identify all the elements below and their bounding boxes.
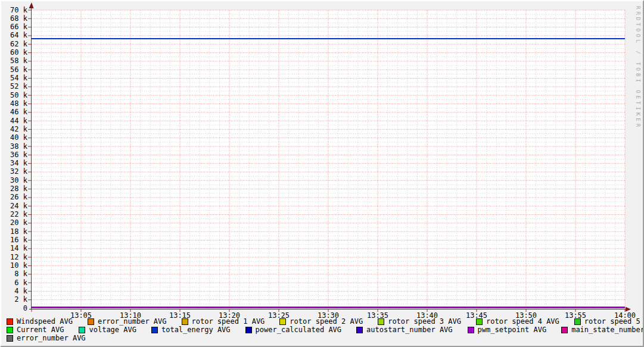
y-tick-label: 30 k [3, 177, 27, 185]
y-tick-label: 66 k [3, 23, 27, 31]
legend-swatch-icon [7, 327, 13, 333]
y-tick-label: 68 k [3, 15, 27, 23]
legend-swatch-icon [245, 327, 252, 333]
y-tick-label: 20 k [3, 219, 27, 227]
legend-swatch-icon [378, 318, 384, 325]
y-tick-label: 0 [3, 305, 27, 312]
legend-label: main_state_number AVG [571, 326, 644, 334]
rrdtool-watermark: RRDTOOL / TOBI OETIKER [635, 6, 641, 129]
y-tick-label: 34 k [3, 160, 27, 167]
y-tick-label: 44 k [3, 117, 27, 125]
y-tick-label: 32 k [3, 168, 27, 176]
y-tick-label: 42 k [3, 126, 27, 133]
legend-item: total_energy AVG [151, 326, 231, 334]
y-tick-label: 46 k [3, 108, 27, 116]
legend-item: Current AVG [7, 326, 64, 334]
y-tick-label: 64 k [3, 32, 27, 39]
legend-swatch-icon [88, 318, 94, 325]
y-tick-label: 70 k [3, 7, 27, 14]
legend: Windspeed AVGerror_number AVGrotor speed… [7, 317, 644, 342]
legend-item: rotor speed 4 AVG [476, 317, 559, 326]
legend-label: voltage AVG [89, 326, 136, 334]
legend-label: power_calculated AVG [256, 326, 342, 334]
legend-swatch-icon [151, 327, 158, 333]
y-tick-label: 24 k [3, 202, 27, 210]
y-tick-label: 52 k [3, 83, 27, 90]
y-tick-label: 38 k [3, 143, 27, 151]
legend-swatch-icon [279, 318, 286, 325]
legend-swatch-icon [182, 318, 188, 325]
legend-label: autostart_number AVG [366, 326, 453, 334]
legend-item: voltage AVG [79, 326, 136, 334]
legend-label: total_energy AVG [161, 326, 231, 334]
y-tick-label: 2 k [3, 296, 27, 304]
legend-row: Windspeed AVGerror_number AVGrotor speed… [7, 317, 644, 326]
legend-label: Windspeed AVG [17, 317, 73, 326]
legend-item: autostart_number AVG [356, 326, 453, 334]
legend-item: Windspeed AVG [7, 317, 73, 326]
y-tick-label: 4 k [3, 287, 27, 295]
y-tick-label: 56 k [3, 66, 27, 74]
chart-grid-and-series [1, 1, 644, 347]
legend-item: error_number AVG [7, 334, 86, 342]
legend-label: Current AVG [17, 326, 64, 334]
y-tick-label: 12 k [3, 254, 27, 261]
y-tick-label: 36 k [3, 151, 27, 159]
legend-swatch-icon [79, 327, 85, 333]
legend-item: rotor speed 2 AVG [279, 317, 363, 326]
legend-label: rotor speed 4 AVG [486, 317, 559, 326]
legend-swatch-icon [7, 335, 13, 342]
y-tick-label: 28 k [3, 185, 27, 193]
legend-swatch-icon [7, 318, 13, 325]
y-tick-label: 10 k [3, 262, 27, 270]
y-tick-label: 40 k [3, 134, 27, 142]
y-tick-label: 18 k [3, 228, 27, 236]
rrdtool-graph: 70 k68 k66 k64 k62 k60 k58 k56 k54 k52 k… [0, 0, 644, 347]
y-tick-label: 22 k [3, 211, 27, 218]
legend-swatch-icon [476, 318, 483, 325]
y-tick-label: 14 k [3, 245, 27, 252]
y-tick-label: 6 k [3, 279, 27, 287]
legend-label: rotor speed 2 AVG [290, 317, 363, 326]
y-tick-label: 54 k [3, 74, 27, 82]
legend-label: rotor speed 3 AVG [388, 317, 461, 326]
legend-row: error_number AVG [7, 334, 644, 342]
legend-item: main_state_number AVG [561, 326, 644, 334]
y-tick-label: 50 k [3, 92, 27, 99]
legend-swatch-icon [356, 327, 363, 333]
legend-item: error_number AVG [88, 317, 167, 326]
legend-label: error_number AVG [17, 334, 86, 342]
legend-swatch-icon [574, 318, 581, 325]
legend-swatch-icon [561, 327, 568, 333]
legend-label: pwm_setpoint AVG [478, 326, 547, 334]
legend-item: rotor speed 5 AVG [574, 317, 644, 326]
y-tick-label: 26 k [3, 193, 27, 201]
legend-label: rotor speed 5 AVG [584, 317, 644, 326]
y-tick-label: 62 k [3, 40, 27, 48]
legend-item: rotor speed 1 AVG [182, 317, 265, 326]
legend-label: error_number AVG [98, 317, 167, 326]
legend-swatch-icon [468, 327, 474, 333]
y-tick-label: 16 k [3, 236, 27, 244]
y-tick-label: 8 k [3, 270, 27, 278]
legend-item: power_calculated AVG [245, 326, 342, 334]
legend-item: pwm_setpoint AVG [468, 326, 547, 334]
legend-row: Current AVGvoltage AVGtotal_energy AVGpo… [7, 326, 644, 334]
legend-label: rotor speed 1 AVG [192, 317, 265, 326]
y-tick-label: 60 k [3, 49, 27, 57]
legend-item: rotor speed 3 AVG [378, 317, 461, 326]
y-tick-label: 48 k [3, 100, 27, 108]
y-tick-label: 58 k [3, 57, 27, 65]
